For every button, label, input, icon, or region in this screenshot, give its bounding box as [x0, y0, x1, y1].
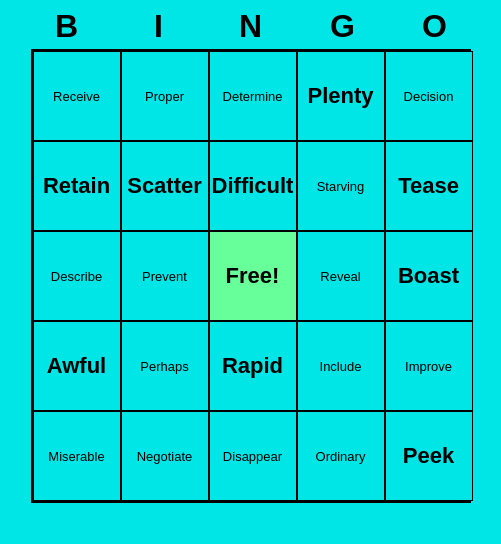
cell-r1-c0[interactable]: Retain [33, 141, 121, 231]
cell-r3-c2[interactable]: Rapid [209, 321, 297, 411]
cell-r4-c4[interactable]: Peek [385, 411, 473, 501]
cell-r1-c1[interactable]: Scatter [121, 141, 209, 231]
cell-r2-c4[interactable]: Boast [385, 231, 473, 321]
letter-b: B [23, 8, 111, 45]
cell-r1-c3[interactable]: Starving [297, 141, 385, 231]
bingo-header: B I N G O [21, 0, 481, 49]
cell-r4-c3[interactable]: Ordinary [297, 411, 385, 501]
letter-g: G [299, 8, 387, 45]
cell-r1-c2[interactable]: Difficult [209, 141, 297, 231]
cell-r4-c1[interactable]: Negotiate [121, 411, 209, 501]
cell-r2-c3[interactable]: Reveal [297, 231, 385, 321]
cell-r0-c4[interactable]: Decision [385, 51, 473, 141]
cell-r3-c4[interactable]: Improve [385, 321, 473, 411]
cell-r3-c0[interactable]: Awful [33, 321, 121, 411]
cell-r0-c1[interactable]: Proper [121, 51, 209, 141]
cell-r2-c1[interactable]: Prevent [121, 231, 209, 321]
letter-n: N [207, 8, 295, 45]
letter-o: O [391, 8, 479, 45]
cell-r0-c0[interactable]: Receive [33, 51, 121, 141]
cell-r4-c2[interactable]: Disappear [209, 411, 297, 501]
cell-r3-c1[interactable]: Perhaps [121, 321, 209, 411]
cell-r2-c0[interactable]: Describe [33, 231, 121, 321]
cell-r3-c3[interactable]: Include [297, 321, 385, 411]
cell-r0-c3[interactable]: Plenty [297, 51, 385, 141]
bingo-grid: ReceiveProperDeterminePlentyDecisionReta… [31, 49, 471, 503]
cell-r2-c2[interactable]: Free! [209, 231, 297, 321]
letter-i: I [115, 8, 203, 45]
cell-r1-c4[interactable]: Tease [385, 141, 473, 231]
cell-r0-c2[interactable]: Determine [209, 51, 297, 141]
cell-r4-c0[interactable]: Miserable [33, 411, 121, 501]
